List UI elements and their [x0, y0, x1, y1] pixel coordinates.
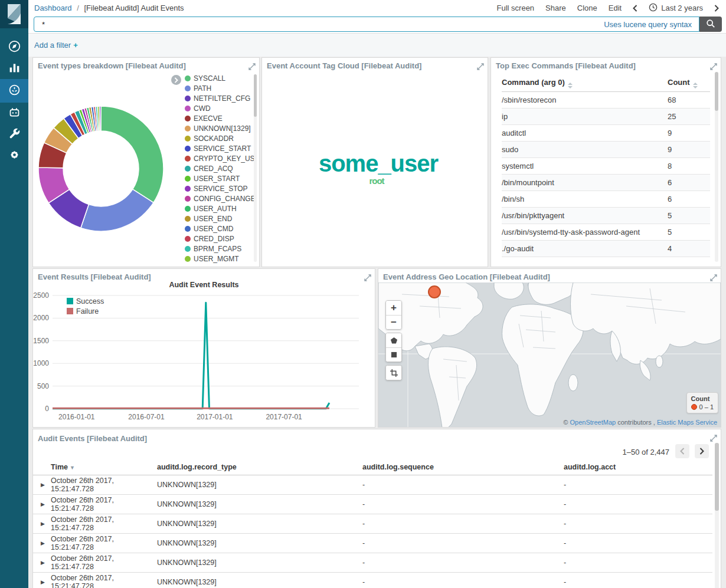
sidebar-item-dashboard[interactable] [0, 79, 28, 103]
zoom-in-button[interactable]: + [386, 301, 401, 315]
expand-panel-icon[interactable] [710, 62, 717, 69]
legend-item-Failure[interactable]: Failure [67, 306, 104, 316]
draw-rectangle-button[interactable] [386, 347, 401, 362]
crop-bounds-button[interactable] [386, 366, 401, 380]
command-cell: auditctl [502, 129, 668, 137]
legend-item[interactable]: USER_START [185, 173, 257, 183]
legend-item[interactable]: CONFIG_CHANGE [185, 193, 257, 203]
legend-item[interactable]: SERVICE_START [185, 143, 257, 153]
legend-scrollbar[interactable] [254, 74, 257, 262]
legend-item[interactable]: EXECVE [185, 113, 257, 123]
legend-item[interactable]: CWD [185, 103, 257, 113]
table-row[interactable]: /bin/mountpoint6 [502, 175, 710, 191]
table-row[interactable]: ▶October 26th 2017, 15:21:47.728UNKNOWN[… [33, 534, 712, 553]
kibana-logo[interactable] [0, 0, 28, 28]
legend-item[interactable]: CRYPTO_KEY_USER [185, 153, 257, 163]
expand-row-icon[interactable]: ▶ [41, 560, 51, 566]
legend-item[interactable]: USER_END [185, 213, 257, 224]
tag-root[interactable]: root [369, 176, 384, 186]
table-row[interactable]: ▶October 26th 2017, 15:21:47.728UNKNOWN[… [33, 475, 712, 495]
column-header-command[interactable]: Command (arg 0) [502, 78, 668, 88]
previous-page-button[interactable] [675, 444, 689, 458]
time-forward-button[interactable] [714, 5, 719, 12]
search-input[interactable]: * Uses lucene query syntax [34, 17, 699, 32]
expand-panel-icon[interactable] [477, 62, 484, 69]
donut-slice-SYSCALL[interactable] [101, 106, 163, 203]
donut-slice-PATH[interactable] [81, 189, 153, 231]
legend-item[interactable]: SERVICE_STOP [185, 183, 257, 193]
table-row[interactable]: ./go-audit4 [502, 241, 710, 257]
expand-row-icon[interactable]: ▶ [41, 501, 51, 507]
legend-item[interactable]: USER_AUTH [185, 203, 257, 213]
table-row[interactable]: ▶October 26th 2017, 15:21:47.728UNKNOWN[… [33, 495, 712, 514]
table-row[interactable]: ▶October 26th 2017, 15:21:47.728UNKNOWN[… [33, 514, 712, 534]
sidebar-item-management[interactable] [0, 145, 28, 166]
panel-scrollbar[interactable] [715, 443, 719, 588]
table-row[interactable]: /usr/bin/systemd-tty-ask-password-agent5 [502, 224, 710, 241]
full-screen-button[interactable]: Full screen [497, 4, 535, 12]
legend-item[interactable]: UNKNOWN[1329] [185, 123, 257, 133]
edit-button[interactable]: Edit [609, 4, 622, 12]
legend-item[interactable]: CRYPTO_SESSION [185, 264, 257, 264]
elastic-maps-link[interactable]: Elastic Maps Service [657, 419, 717, 426]
zoom-out-button[interactable]: − [386, 315, 401, 329]
openstreetmap-link[interactable]: OpenStreetMap [570, 419, 616, 426]
legend-item[interactable]: BPRM_FCAPS [185, 244, 257, 254]
legend-item[interactable]: PATH [185, 83, 257, 93]
table-row[interactable]: /bin/sh6 [502, 191, 710, 208]
expand-row-icon[interactable]: ▶ [41, 482, 51, 488]
world-map[interactable]: + − Count 0 – 1 © OpenStreetMap contribu… [378, 282, 721, 428]
expand-panel-icon[interactable] [364, 273, 371, 280]
table-row[interactable]: systemctl8 [502, 158, 710, 175]
sidebar-item-visualize[interactable] [0, 58, 28, 79]
legend-label: CRED_ACQ [194, 165, 233, 173]
expand-panel-icon[interactable] [710, 433, 717, 441]
expand-row-icon[interactable]: ▶ [41, 579, 51, 585]
column-header-time[interactable]: Time▼ [51, 463, 157, 471]
add-filter-link[interactable]: Add a filter+ [28, 41, 78, 50]
table-row[interactable]: sudo9 [502, 142, 710, 158]
lucene-syntax-link[interactable]: Uses lucene query syntax [604, 20, 699, 29]
sidebar-item-dev-tools[interactable] [0, 124, 28, 145]
sequence-cell: - [362, 500, 564, 508]
legend-item[interactable]: USER_CMD [185, 224, 257, 234]
expand-panel-icon[interactable] [248, 62, 256, 69]
time-picker[interactable]: Last 2 years [649, 3, 703, 14]
table-row[interactable]: /usr/bin/pkttyagent5 [502, 208, 710, 224]
column-header-sequence[interactable]: auditd.log.sequence [362, 463, 564, 471]
search-button[interactable] [699, 17, 722, 32]
legend-item[interactable]: SYSCALL [185, 73, 257, 83]
column-header-count[interactable]: Count [668, 78, 710, 88]
expand-row-icon[interactable]: ▶ [41, 540, 51, 546]
draw-polygon-button[interactable] [386, 333, 401, 347]
expand-panel-icon[interactable] [710, 273, 717, 280]
table-row[interactable]: auditctl9 [502, 125, 710, 142]
donut-slice-CRYPTO_SESSION[interactable] [99, 106, 101, 131]
record-type-cell: UNKNOWN[1329] [157, 481, 362, 489]
time-back-button[interactable] [633, 5, 637, 12]
legend-item[interactable]: SOCKADDR [185, 133, 257, 143]
column-header-acct[interactable]: auditd.log.acct [564, 463, 712, 471]
legend-collapse-button[interactable] [171, 75, 181, 85]
table-row[interactable]: ▶October 26th 2017, 15:21:47.728UNKNOWN[… [33, 573, 712, 588]
count-cell: 8 [668, 162, 710, 170]
legend-item-Success[interactable]: Success [67, 296, 104, 306]
legend-item[interactable]: NETFILTER_CFG [185, 93, 257, 103]
tag-some_user[interactable]: some_user [319, 150, 438, 177]
breadcrumb-dashboard-link[interactable]: Dashboard [34, 4, 72, 12]
clone-button[interactable]: Clone [577, 4, 597, 12]
share-button[interactable]: Share [545, 4, 566, 12]
table-row[interactable]: /sbin/restorecon68 [502, 92, 710, 109]
column-header-record-type[interactable]: auditd.log.record_type [157, 463, 362, 471]
table-row[interactable]: ip25 [502, 109, 710, 125]
legend-item[interactable]: CRED_DISP [185, 234, 257, 244]
next-page-button[interactable] [695, 444, 709, 458]
expand-row-icon[interactable]: ▶ [41, 521, 51, 527]
table-row[interactable]: ▶October 26th 2017, 15:21:47.728UNKNOWN[… [33, 553, 712, 573]
legend-item[interactable]: USER_MGMT [185, 254, 257, 264]
legend-item[interactable]: CRED_ACQ [185, 163, 257, 173]
sidebar-item-discover[interactable] [0, 37, 28, 58]
panel-scrollbar[interactable] [715, 72, 718, 262]
sidebar-item-timelion[interactable] [0, 103, 28, 124]
command-cell: ./go-audit [502, 244, 668, 253]
